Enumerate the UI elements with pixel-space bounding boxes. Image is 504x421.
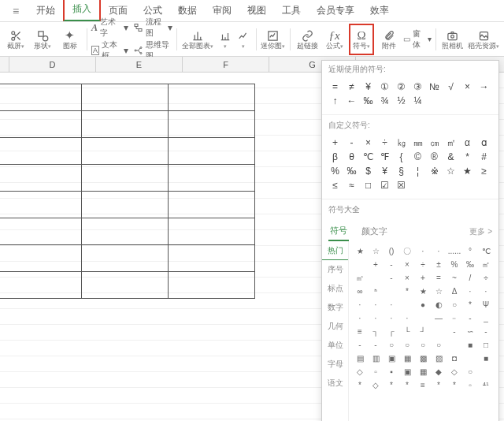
symbol-item[interactable]: ㎏ bbox=[393, 136, 410, 150]
linechart-button[interactable]: ▾ bbox=[235, 24, 252, 55]
symbol-item[interactable] bbox=[399, 298, 415, 311]
shapes-button[interactable]: 形状▾ bbox=[30, 24, 55, 55]
category-热门[interactable]: 热门 bbox=[322, 241, 348, 260]
symbol-item[interactable]: ◐ bbox=[431, 298, 447, 311]
symbol-item[interactable]: * bbox=[399, 285, 415, 298]
symbol-item[interactable]: ☆ bbox=[368, 244, 384, 258]
symbol-item[interactable]: ▦ bbox=[399, 352, 415, 365]
symbol-item[interactable]: ● bbox=[415, 298, 431, 311]
symbol-item[interactable]: ⁿ bbox=[368, 285, 384, 298]
symbol-item[interactable]: ≈ bbox=[343, 178, 360, 192]
symbol-item[interactable]: ɑ bbox=[476, 136, 492, 150]
menu-review[interactable]: 审阅 bbox=[205, 0, 239, 21]
symbol-item[interactable]: - bbox=[384, 271, 399, 285]
menu-tools[interactable]: 工具 bbox=[274, 0, 309, 21]
symbol-item[interactable]: · bbox=[415, 244, 431, 258]
chart2-button[interactable]: ▾ bbox=[217, 24, 234, 55]
category-几何[interactable]: 几何 bbox=[322, 317, 348, 336]
category-标点[interactable]: 标点 bbox=[322, 279, 348, 298]
symbol-item[interactable]: ■ bbox=[478, 352, 494, 365]
symbol-item[interactable]: · bbox=[399, 311, 415, 325]
symbol-item[interactable]: ※ bbox=[426, 164, 443, 178]
menu-view[interactable]: 视图 bbox=[239, 0, 274, 21]
symbol-item[interactable]: × bbox=[459, 80, 476, 94]
category-语文[interactable]: 语文 bbox=[322, 374, 348, 393]
symbol-item[interactable]: ‰ bbox=[343, 164, 360, 178]
symbol-item[interactable]: + bbox=[327, 136, 343, 150]
symbol-item[interactable] bbox=[431, 325, 447, 338]
menu-data[interactable]: 数据 bbox=[170, 0, 205, 21]
symbol-item[interactable]: * bbox=[431, 378, 447, 392]
tab-symbols[interactable]: 符号 bbox=[328, 222, 349, 241]
symbol-item[interactable]: ...... bbox=[447, 244, 462, 258]
symbol-item[interactable]: β bbox=[327, 150, 343, 164]
symbol-item[interactable]: ▥ bbox=[368, 352, 384, 365]
symbol-item[interactable]: ¥ bbox=[376, 164, 393, 178]
symbol-item[interactable]: · bbox=[478, 285, 494, 298]
symbol-item[interactable]: √ bbox=[443, 80, 459, 94]
symbol-item[interactable]: ∞ bbox=[352, 285, 368, 298]
symbol-item[interactable]: * bbox=[352, 378, 368, 392]
symbol-item[interactable]: § bbox=[393, 164, 410, 178]
menu-member[interactable]: 会员专享 bbox=[309, 0, 362, 21]
symbol-item[interactable]: ③ bbox=[410, 80, 426, 94]
symbol-item[interactable]: ┌ bbox=[384, 325, 399, 338]
symbol-item[interactable]: * bbox=[462, 298, 478, 311]
resources-button[interactable]: 稻壳资源▾ bbox=[467, 24, 501, 55]
symbol-item[interactable]: ≠ bbox=[343, 80, 360, 94]
symbol-item[interactable]: { bbox=[393, 150, 410, 164]
symbol-item[interactable]: = bbox=[327, 80, 343, 94]
symbol-item[interactable]: ○ bbox=[384, 338, 399, 352]
symbol-item[interactable]: ☒ bbox=[393, 178, 410, 192]
symbol-item[interactable]: ① bbox=[376, 80, 393, 94]
symbol-item[interactable]: × bbox=[399, 271, 415, 285]
symbol-item[interactable]: ▫ bbox=[368, 365, 384, 378]
symbol-item[interactable]: ℃ bbox=[478, 244, 494, 258]
forms-button[interactable]: ▭ 窗体▾ bbox=[403, 28, 432, 50]
symbol-item[interactable]: ▤ bbox=[352, 352, 368, 365]
symbol-item[interactable]: ¾ bbox=[376, 94, 393, 108]
symbol-item[interactable]: ② bbox=[393, 80, 410, 94]
symbol-item[interactable]: ≡ bbox=[352, 325, 368, 338]
symbol-item[interactable]: ≥ bbox=[476, 164, 492, 178]
symbol-item[interactable]: ▨ bbox=[431, 352, 447, 365]
symbol-item[interactable]: ‰ bbox=[360, 94, 376, 108]
symbol-item[interactable]: ▦ bbox=[415, 365, 431, 378]
symbol-item[interactable]: ○ bbox=[462, 365, 478, 378]
symbol-item[interactable]: ‰ bbox=[462, 258, 478, 271]
symbol-item[interactable]: ○ bbox=[399, 338, 415, 352]
symbol-item[interactable]: → bbox=[476, 80, 492, 94]
equation-button[interactable]: ƒx 公式▾ bbox=[321, 24, 346, 55]
symbol-item[interactable]: ¼ bbox=[410, 94, 426, 108]
symbol-item[interactable]: ┘ bbox=[415, 325, 431, 338]
category-数字[interactable]: 数字 bbox=[322, 298, 348, 317]
symbol-item[interactable]: # bbox=[476, 150, 492, 164]
attachment-button[interactable]: 附件 bbox=[376, 24, 401, 55]
symbol-item[interactable]: · bbox=[368, 298, 384, 311]
symbol-item[interactable]: × bbox=[360, 136, 376, 150]
col-corner[interactable] bbox=[0, 57, 9, 72]
symbol-item[interactable]: * bbox=[399, 378, 415, 392]
symbol-item[interactable]: ¦ bbox=[410, 164, 426, 178]
symbol-item[interactable]: ☆ bbox=[431, 285, 447, 298]
sparkline-button[interactable]: 迷你图▾ bbox=[261, 24, 286, 55]
symbol-item[interactable]: ▪ bbox=[384, 365, 399, 378]
symbol-item[interactable]: ○ bbox=[415, 338, 431, 352]
symbol-item[interactable]: ↑ bbox=[327, 94, 343, 108]
symbol-item[interactable]: ㎥ bbox=[352, 271, 368, 285]
symbol-item[interactable]: ℃ bbox=[360, 150, 376, 164]
col-header[interactable]: E bbox=[96, 57, 183, 72]
symbol-item[interactable]: ~ bbox=[447, 271, 462, 285]
symbol-item[interactable]: □ bbox=[478, 338, 494, 352]
symbol-item[interactable]: ▣ bbox=[399, 365, 415, 378]
screenshot-button[interactable]: 截屏▾ bbox=[3, 24, 28, 55]
symbol-item[interactable]: Ψ bbox=[478, 298, 494, 311]
symbol-item[interactable]: - bbox=[343, 136, 360, 150]
symbol-item[interactable]: ○ bbox=[431, 338, 447, 352]
bordered-range[interactable] bbox=[0, 84, 255, 299]
symbol-item[interactable]: * bbox=[447, 378, 462, 392]
symbol-item[interactable]: % bbox=[327, 164, 343, 178]
menu-start[interactable]: 开始 bbox=[28, 0, 63, 21]
symbol-item[interactable]: ◇ bbox=[368, 378, 384, 392]
symbol-item[interactable]: ± bbox=[431, 258, 447, 271]
